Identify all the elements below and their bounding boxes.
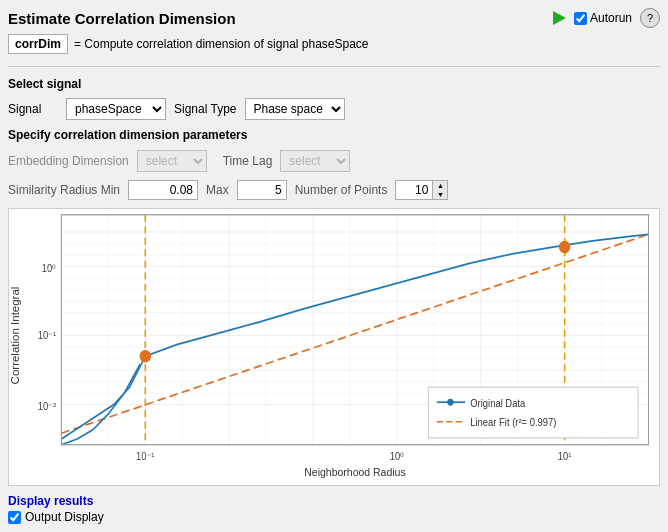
- similarity-min-input[interactable]: [128, 180, 198, 200]
- run-icon: [553, 11, 566, 25]
- autorun-text: Autorun: [590, 11, 632, 25]
- signal-select[interactable]: phaseSpace: [66, 98, 166, 120]
- svg-text:10⁰: 10⁰: [42, 263, 56, 274]
- svg-text:Neighborhood Radius: Neighborhood Radius: [304, 465, 406, 478]
- svg-text:10⁻²: 10⁻²: [38, 401, 57, 412]
- svg-text:10⁻¹: 10⁻¹: [38, 330, 57, 341]
- params-section-label: Specify correlation dimension parameters: [8, 128, 660, 142]
- signal-type-select[interactable]: Phase space: [245, 98, 345, 120]
- display-results-section: Display results Output Display: [8, 494, 660, 524]
- page-title: Estimate Correlation Dimension: [8, 10, 236, 27]
- svg-point-34: [559, 241, 569, 253]
- svg-text:Linear Fit (r²= 0.997): Linear Fit (r²= 0.997): [470, 417, 556, 428]
- svg-point-33: [140, 350, 150, 362]
- svg-text:10⁻¹: 10⁻¹: [136, 450, 155, 461]
- chart-area: 10⁻² 10⁻¹ 10⁰ 10⁻¹ 10⁰ 10¹ Correlation I…: [8, 208, 660, 486]
- svg-text:10⁰: 10⁰: [390, 450, 404, 461]
- timelag-select[interactable]: select: [280, 150, 350, 172]
- num-points-spinner: ▲ ▼: [395, 180, 448, 200]
- signal-type-field-label: Signal Type: [174, 102, 237, 116]
- display-results-label: Display results: [8, 494, 660, 508]
- svg-rect-44: [428, 387, 638, 438]
- spinner-down-button[interactable]: ▼: [433, 190, 447, 199]
- spinner-up-button[interactable]: ▲: [433, 181, 447, 190]
- svg-point-46: [447, 399, 453, 406]
- output-display-checkbox[interactable]: [8, 511, 21, 524]
- num-points-input[interactable]: [395, 180, 433, 200]
- autorun-checkbox[interactable]: [574, 12, 587, 25]
- run-button[interactable]: [553, 11, 566, 25]
- formula-text: = Compute correlation dimension of signa…: [74, 37, 369, 51]
- timelag-label: Time Lag: [223, 154, 273, 168]
- function-name: corrDim: [8, 34, 68, 54]
- select-signal-label: Select signal: [8, 77, 660, 91]
- embedding-select[interactable]: select: [137, 150, 207, 172]
- similarity-max-label: Max: [206, 183, 229, 197]
- autorun-label[interactable]: Autorun: [574, 11, 632, 25]
- num-points-label: Number of Points: [295, 183, 388, 197]
- chart-svg: 10⁻² 10⁻¹ 10⁰ 10⁻¹ 10⁰ 10¹ Correlation I…: [9, 209, 659, 485]
- svg-text:10¹: 10¹: [558, 450, 572, 461]
- similarity-min-label: Similarity Radius Min: [8, 183, 120, 197]
- svg-text:Correlation Integral: Correlation Integral: [10, 287, 21, 385]
- signal-field-label: Signal: [8, 102, 58, 116]
- output-display-label: Output Display: [25, 510, 104, 524]
- help-button[interactable]: ?: [640, 8, 660, 28]
- embedding-label: Embedding Dimension: [8, 154, 129, 168]
- similarity-max-input[interactable]: [237, 180, 287, 200]
- svg-text:Original Data: Original Data: [470, 397, 525, 408]
